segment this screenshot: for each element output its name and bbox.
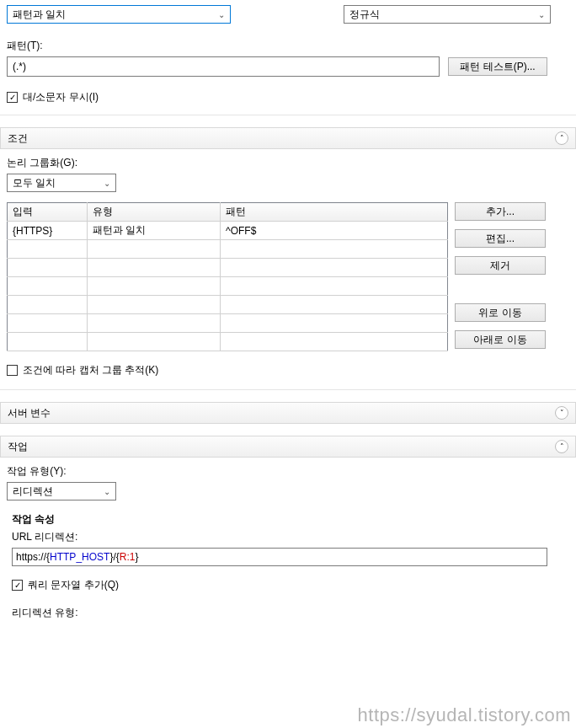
table-row[interactable] [8, 333, 448, 351]
ignore-case-label: 대/소문자 무시(I) [23, 90, 99, 104]
action-type-label: 작업 유형(Y): [7, 464, 569, 479]
append-query-checkbox[interactable] [12, 580, 23, 591]
track-capture-checkbox[interactable] [7, 365, 18, 376]
regex-mode-value: 정규식 [349, 8, 380, 22]
action-props-label: 작업 속성 [12, 512, 569, 527]
chevron-down-icon: ⌄ [538, 10, 545, 19]
logic-group-label: 논리 그룹화(G): [7, 156, 569, 170]
url-redirect-label: URL 리디렉션: [12, 530, 569, 544]
table-row[interactable] [8, 296, 448, 314]
url-redirect-input[interactable]: https://{HTTP_HOST}/{R:1} [12, 548, 547, 566]
append-query-label: 쿼리 문자열 추가(Q) [28, 578, 119, 592]
table-row[interactable] [8, 240, 448, 259]
table-row[interactable] [8, 277, 448, 296]
table-row[interactable] [8, 259, 448, 277]
match-mode-value: 패턴과 일치 [13, 8, 66, 22]
conditions-title: 조건 [8, 131, 28, 146]
move-down-button[interactable]: 아래로 이동 [455, 330, 546, 349]
collapse-icon[interactable]: ˄ [555, 131, 568, 145]
chevron-down-icon: ⌄ [218, 10, 225, 19]
action-header: 작업 ˄ [0, 436, 576, 458]
conditions-header: 조건 ˄ [0, 127, 576, 149]
action-type-select[interactable]: 리디렉션 ⌄ [7, 482, 116, 500]
redirect-type-label: 리디렉션 유형: [12, 606, 569, 620]
ignore-case-checkbox[interactable] [7, 92, 18, 103]
logic-group-select[interactable]: 모두 일치 ⌄ [7, 174, 116, 192]
expand-icon[interactable]: ˅ [555, 406, 568, 420]
add-button[interactable]: 추가... [455, 202, 546, 221]
chevron-down-icon: ⌄ [104, 179, 110, 188]
action-title: 작업 [8, 440, 28, 454]
match-mode-select[interactable]: 패턴과 일치 ⌄ [7, 5, 231, 24]
watermark: https://syudal.tistory.com [358, 704, 571, 726]
regex-mode-select[interactable]: 정규식 ⌄ [344, 5, 551, 24]
col-input[interactable]: 입력 [8, 203, 88, 222]
table-row[interactable] [8, 314, 448, 333]
server-vars-title: 서버 변수 [8, 406, 51, 420]
track-capture-label: 조건에 따라 캡처 그룹 추적(K) [23, 363, 158, 377]
chevron-down-icon: ⌄ [104, 487, 110, 496]
collapse-icon[interactable]: ˄ [555, 440, 568, 453]
remove-button[interactable]: 제거 [455, 256, 546, 275]
col-type[interactable]: 유형 [88, 203, 221, 222]
pattern-test-button[interactable]: 패턴 테스트(P)... [448, 57, 547, 76]
pattern-input[interactable] [7, 56, 440, 77]
url-redirect-value: https://{HTTP_HOST}/{R:1} [16, 549, 543, 565]
logic-group-value: 모두 일치 [13, 176, 56, 190]
edit-button[interactable]: 편집... [455, 229, 546, 248]
table-row[interactable]: {HTTPS}패턴과 일치^OFF$ [8, 222, 448, 240]
conditions-table[interactable]: 입력 유형 패턴 {HTTPS}패턴과 일치^OFF$ [7, 202, 448, 351]
col-pattern[interactable]: 패턴 [221, 203, 448, 222]
action-type-value: 리디렉션 [13, 484, 53, 499]
server-vars-header: 서버 변수 ˅ [0, 402, 576, 424]
pattern-label: 패턴(T): [7, 39, 569, 53]
move-up-button[interactable]: 위로 이동 [455, 303, 546, 322]
